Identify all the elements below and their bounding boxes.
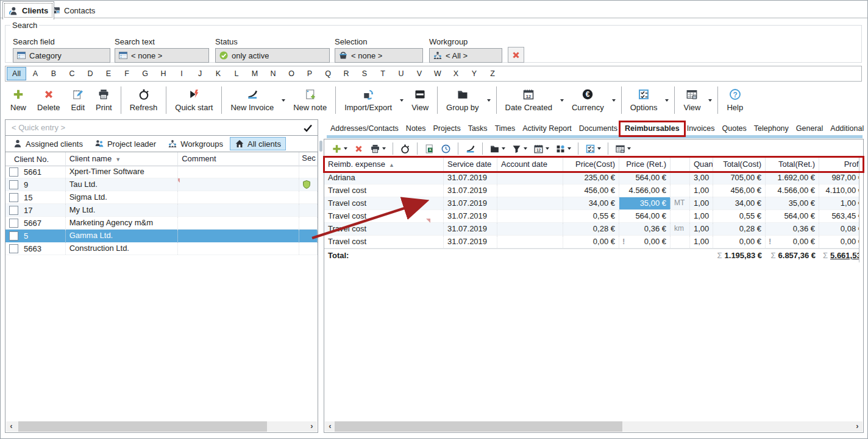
client-row[interactable]: 5Gamma Ltd.	[5, 230, 318, 242]
alpha-u[interactable]: U	[392, 67, 410, 80]
print-button[interactable]	[368, 142, 388, 156]
scrollbar-thumb[interactable]	[335, 421, 622, 432]
new-button[interactable]: New	[5, 87, 32, 114]
detail-tab-invoices[interactable]: Invoices	[683, 123, 719, 134]
excel-export-button[interactable]: X	[422, 142, 437, 156]
detail-tab-quotes[interactable]: Quotes	[719, 123, 750, 134]
alpha-e[interactable]: E	[99, 67, 118, 80]
new-note-button[interactable]: New note	[288, 87, 332, 114]
column-comment[interactable]: Comment	[178, 152, 299, 166]
alpha-all[interactable]: All	[7, 67, 26, 80]
detail-tab-additional[interactable]: Additional	[827, 123, 867, 134]
view-tab-assigned-clients[interactable]: Assigned clients	[8, 137, 88, 150]
row-checkbox[interactable]	[9, 244, 18, 253]
column-profit[interactable]: Profit	[819, 158, 859, 171]
detail-tab-times[interactable]: Times	[491, 123, 519, 134]
alpha-x[interactable]: X	[447, 67, 465, 80]
column-service[interactable]: Service date	[444, 158, 497, 171]
refresh-button[interactable]: Refresh	[124, 87, 163, 114]
alpha-h[interactable]: H	[154, 67, 173, 80]
alpha-w[interactable]: W	[429, 67, 447, 80]
status-dropdown[interactable]: only active	[215, 48, 330, 63]
delete-expense-button[interactable]	[351, 142, 366, 156]
alpha-c[interactable]: C	[63, 67, 81, 80]
clear-search-button[interactable]	[508, 47, 524, 63]
new-invoice-dropdown-caret[interactable]	[279, 99, 288, 102]
view-button[interactable]: View	[678, 87, 706, 114]
alpha-p[interactable]: P	[301, 67, 319, 80]
import-export-dropdown-caret[interactable]	[397, 99, 406, 102]
dropdown-caret[interactable]	[502, 147, 505, 150]
view-dropdown-caret[interactable]	[706, 99, 714, 102]
import-export-button[interactable]: Import/Export	[339, 87, 397, 114]
alpha-a[interactable]: A	[26, 67, 44, 80]
date-filter-button[interactable]: 12	[531, 142, 552, 156]
currency-button[interactable]: €Currency	[566, 87, 610, 114]
alpha-r[interactable]: R	[337, 67, 355, 80]
column-client-no[interactable]: Client No.	[5, 152, 66, 166]
reimbursable-row[interactable]: Travel cost31.07.20190,55 €564,00 €1,000…	[324, 210, 859, 223]
options-button[interactable]: Options	[625, 87, 663, 114]
view-tab-workgroups[interactable]: Workgroups	[163, 137, 228, 150]
folder-button[interactable]	[487, 142, 508, 156]
column-price-cost[interactable]: Price(Cost)	[563, 158, 619, 171]
row-checkbox[interactable]	[9, 180, 18, 189]
dropdown-caret[interactable]	[597, 147, 601, 150]
column-expense[interactable]: Reimb. expense▲	[324, 158, 444, 171]
alpha-b[interactable]: B	[44, 67, 63, 80]
row-checkbox[interactable]	[9, 219, 18, 228]
alpha-q[interactable]: Q	[319, 67, 337, 80]
column-total-ret[interactable]: Total(Ret.)	[766, 158, 819, 171]
detail-tab-telephony[interactable]: Telephony	[750, 123, 792, 134]
detail-tab-notes[interactable]: Notes	[402, 123, 430, 134]
detail-tab-activity-report[interactable]: Activity Report	[519, 123, 575, 134]
alpha-f[interactable]: F	[118, 67, 136, 80]
splitter-handle[interactable]	[319, 141, 322, 152]
refresh-button[interactable]	[397, 142, 413, 156]
alpha-v[interactable]: V	[410, 67, 429, 80]
print-button[interactable]: Print	[90, 87, 118, 114]
scroll-right-icon[interactable]: ›	[307, 421, 317, 432]
column-sec[interactable]: Sec	[299, 152, 318, 166]
alpha-o[interactable]: O	[282, 67, 301, 80]
alpha-s[interactable]: S	[355, 67, 374, 80]
dropdown-caret[interactable]	[524, 147, 527, 150]
client-row[interactable]: 17My Ltd.	[5, 204, 318, 217]
alpha-l[interactable]: L	[227, 67, 246, 80]
view-button[interactable]	[613, 142, 633, 156]
alpha-z[interactable]: Z	[483, 67, 502, 80]
scrollbar-thumb[interactable]	[18, 421, 267, 432]
scroll-right-icon[interactable]: ›	[852, 421, 863, 432]
client-row[interactable]: 5663Construction Ltd.	[5, 242, 318, 255]
view-tab-all-clients[interactable]: All clients	[230, 137, 286, 150]
dropdown-caret[interactable]	[382, 147, 386, 150]
dropdown-caret[interactable]	[344, 147, 347, 150]
search-field-dropdown[interactable]: Category	[13, 48, 110, 63]
help-button[interactable]: ?Help	[721, 87, 749, 114]
group-button[interactable]	[553, 142, 574, 156]
group-by-dropdown-caret[interactable]	[485, 99, 493, 102]
view-tab-project-leader[interactable]: Project leader	[90, 137, 161, 150]
confirm-check-icon[interactable]	[303, 123, 313, 133]
alpha-y[interactable]: Y	[465, 67, 483, 80]
alpha-t[interactable]: T	[374, 67, 392, 80]
column-quantity[interactable]: Quantity	[690, 158, 713, 171]
quick-entry-input[interactable]	[10, 122, 303, 133]
detail-tab-reimbursables[interactable]: Reimbursables	[621, 123, 683, 134]
row-checkbox[interactable]	[9, 231, 18, 241]
add-expense-button[interactable]	[329, 142, 350, 156]
date-created-dropdown-caret[interactable]	[558, 99, 566, 102]
client-row[interactable]: 5661Xpert-Timer Software	[5, 166, 318, 178]
column-account[interactable]: Account date	[497, 158, 563, 171]
column-price-ret[interactable]: Price (Ret.)	[619, 158, 671, 171]
alpha-i[interactable]: I	[173, 67, 191, 80]
new-invoice-button[interactable]: New Invoice	[225, 87, 279, 114]
selection-dropdown[interactable]: < none >	[335, 48, 423, 63]
detail-tab-documents[interactable]: Documents	[575, 123, 621, 134]
clients-horizontal-scrollbar[interactable]: ‹ ›	[6, 421, 317, 432]
column-client-name[interactable]: Client name▼	[66, 152, 178, 166]
alpha-m[interactable]: M	[246, 67, 264, 80]
row-checkbox[interactable]	[9, 167, 18, 177]
reimbursable-row[interactable]: Travel cost31.07.20190,00 €!0,00 €1,000,…	[324, 236, 859, 248]
dropdown-caret[interactable]	[567, 147, 571, 150]
